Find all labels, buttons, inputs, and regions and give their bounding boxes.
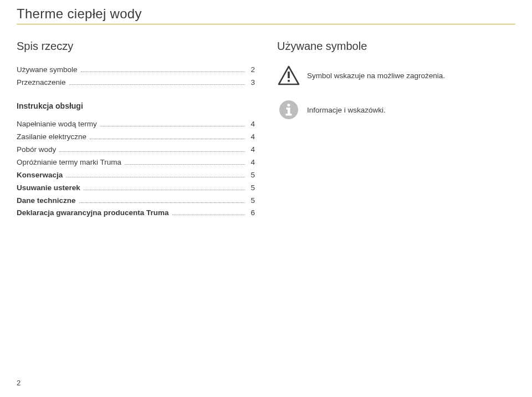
warning-row: Symbol wskazuje na możliwe zagrożenia. bbox=[277, 64, 515, 87]
toc-row: Zasilanie elektryczne 4 bbox=[17, 131, 255, 144]
toc-subheading: Instrukcja obsługi bbox=[17, 101, 255, 110]
title-bar: Therme ciepłej wody bbox=[17, 4, 515, 24]
svg-rect-7 bbox=[286, 114, 292, 116]
svg-rect-2 bbox=[288, 80, 290, 82]
toc-page: 5 bbox=[248, 169, 255, 182]
toc-row: Napełnianie wodą termy 4 bbox=[17, 118, 255, 131]
toc-page: 6 bbox=[248, 207, 255, 220]
right-column: Używane symbole Symbol wskazuje na możli… bbox=[277, 40, 515, 220]
toc-label: Napełnianie wodą termy bbox=[17, 118, 97, 131]
toc-label: Konserwacja bbox=[17, 169, 63, 182]
svg-rect-1 bbox=[288, 72, 290, 78]
warning-text: Symbol wskazuje na możliwe zagrożenia. bbox=[307, 72, 445, 80]
page: Therme ciepłej wody Spis rzeczy Używane … bbox=[0, 0, 532, 397]
info-circle-icon bbox=[277, 98, 300, 121]
toc-page: 4 bbox=[248, 144, 255, 156]
content-columns: Spis rzeczy Używane symbole 2 Przeznacze… bbox=[17, 40, 515, 220]
toc-label: Dane techniczne bbox=[17, 195, 76, 207]
toc-row: Konserwacja 5 bbox=[17, 169, 255, 182]
toc-leader bbox=[81, 72, 245, 72]
toc-label: Przeznaczenie bbox=[17, 77, 66, 89]
toc-row: Deklaracja gwarancyjna producenta Truma … bbox=[17, 207, 255, 220]
symbols-heading: Używane symbole bbox=[277, 40, 515, 53]
toc-page: 4 bbox=[248, 156, 255, 169]
warning-triangle-icon bbox=[277, 64, 300, 87]
toc-group-2: Napełnianie wodą termy 4 Zasilanie elekt… bbox=[17, 118, 255, 220]
toc-page: 2 bbox=[248, 64, 255, 77]
svg-point-4 bbox=[287, 104, 290, 106]
toc-row: Używane symbole 2 bbox=[17, 64, 255, 77]
toc-page: 5 bbox=[248, 182, 255, 195]
info-row: Informacje i wskazówki. bbox=[277, 98, 515, 121]
toc-row: Dane techniczne 5 bbox=[17, 195, 255, 207]
toc-group-1: Używane symbole 2 Przeznaczenie 3 bbox=[17, 64, 255, 89]
toc-page: 4 bbox=[248, 118, 255, 131]
toc-label: Zasilanie elektryczne bbox=[17, 131, 86, 144]
toc-leader bbox=[66, 177, 245, 177]
toc-row: Opróżnianie termy marki Truma 4 bbox=[17, 156, 255, 169]
left-column: Spis rzeczy Używane symbole 2 Przeznacze… bbox=[17, 40, 255, 220]
document-title: Therme ciepłej wody bbox=[17, 6, 142, 22]
toc-row: Przeznaczenie 3 bbox=[17, 77, 255, 89]
toc-leader bbox=[172, 215, 245, 215]
toc-leader bbox=[69, 84, 245, 85]
toc-page: 3 bbox=[248, 77, 255, 89]
toc-row: Usuwanie usterek 5 bbox=[17, 182, 255, 195]
toc-label: Deklaracja gwarancyjna producenta Truma bbox=[17, 207, 169, 220]
toc-leader bbox=[59, 151, 245, 152]
toc-label: Używane symbole bbox=[17, 64, 78, 77]
toc-leader bbox=[90, 139, 245, 139]
toc-page: 5 bbox=[248, 195, 255, 207]
toc-label: Usuwanie usterek bbox=[17, 182, 80, 195]
toc-label: Opróżnianie termy marki Truma bbox=[17, 156, 121, 169]
toc-leader bbox=[79, 202, 245, 203]
toc-leader bbox=[125, 164, 245, 165]
toc-page: 4 bbox=[248, 131, 255, 144]
toc-leader bbox=[84, 190, 245, 190]
toc-row: Pobór wody 4 bbox=[17, 144, 255, 156]
info-text: Informacje i wskazówki. bbox=[307, 106, 386, 114]
toc-label: Pobór wody bbox=[17, 144, 56, 156]
toc-leader bbox=[100, 126, 245, 126]
toc-heading: Spis rzeczy bbox=[17, 40, 255, 53]
page-number: 2 bbox=[17, 379, 21, 387]
